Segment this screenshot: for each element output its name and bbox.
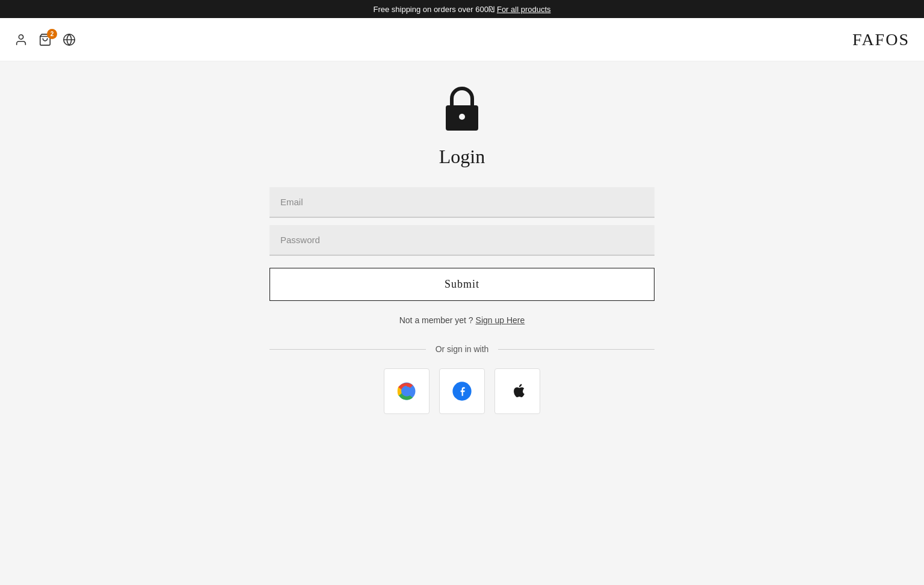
divider-line-left xyxy=(270,349,426,350)
svg-point-5 xyxy=(459,114,465,120)
cart-icon[interactable]: 2 xyxy=(38,33,52,46)
lock-icon xyxy=(441,85,483,136)
login-form: Submit xyxy=(270,187,654,301)
announcement-bar: Free shipping on orders over 600₪ For al… xyxy=(0,0,924,18)
password-field[interactable] xyxy=(270,225,654,256)
signup-link[interactable]: Sign up Here xyxy=(476,315,525,325)
announcement-text: Free shipping on orders over 600₪ xyxy=(373,5,494,14)
site-logo[interactable]: FAFOS xyxy=(852,30,910,49)
user-icon[interactable] xyxy=(14,33,28,46)
social-login-buttons xyxy=(384,368,540,414)
cart-badge: 2 xyxy=(47,29,57,39)
signup-prompt: Not a member yet ? Sign up Here xyxy=(399,315,525,325)
globe-icon[interactable] xyxy=(63,33,76,46)
divider-text: Or sign in with xyxy=(426,344,499,354)
divider-line-right xyxy=(498,349,654,350)
header: 2 FAFOS xyxy=(0,18,924,61)
email-field[interactable] xyxy=(270,187,654,218)
facebook-login-button[interactable] xyxy=(439,368,485,414)
not-member-text: Not a member yet ? xyxy=(399,315,473,325)
submit-button[interactable]: Submit xyxy=(270,268,654,301)
header-icons: 2 xyxy=(14,33,76,46)
svg-point-0 xyxy=(19,34,23,39)
main-content: Login Submit Not a member yet ? Sign up … xyxy=(0,61,924,450)
apple-login-button[interactable] xyxy=(494,368,540,414)
announcement-link[interactable]: For all products xyxy=(497,5,551,14)
page-title: Login xyxy=(439,146,485,168)
google-login-button[interactable] xyxy=(384,368,430,414)
divider: Or sign in with xyxy=(270,344,654,354)
